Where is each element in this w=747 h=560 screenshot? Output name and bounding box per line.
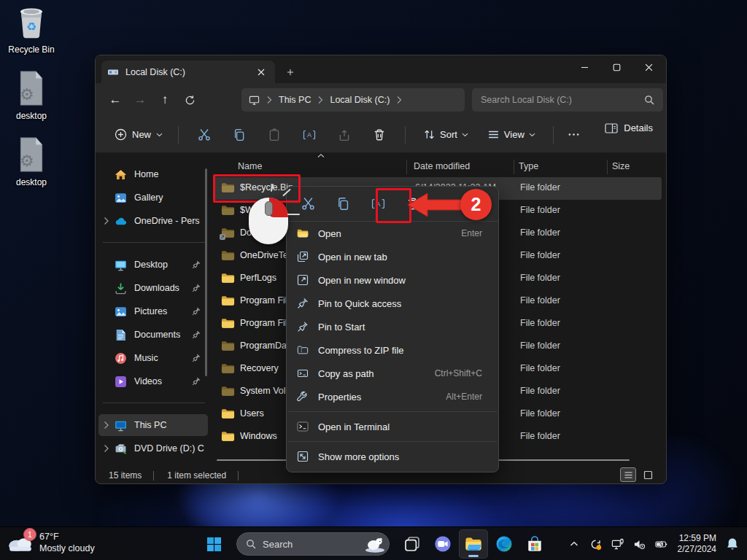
folder-icon (221, 318, 235, 329)
sidebar-scrollbar[interactable] (205, 168, 207, 376)
desktop-icon-recycle-bin-0[interactable]: ♻ Recycle Bin (3, 4, 60, 55)
rename-button[interactable]: A (295, 122, 323, 147)
column-divider[interactable] (514, 160, 514, 174)
spacer (103, 377, 109, 386)
menu-item-pin-to-quick-access[interactable]: Pin to Quick access (287, 292, 498, 315)
breadcrumb-this-pc[interactable]: This PC (279, 95, 311, 105)
sidebar-item-gallery[interactable]: Gallery (98, 187, 208, 209)
chat-icon (434, 535, 452, 553)
taskbar-search[interactable]: Search (236, 532, 390, 556)
chat-button[interactable] (428, 529, 457, 559)
battery-tray-icon[interactable] (651, 531, 672, 557)
close-window-button[interactable] (632, 55, 665, 79)
sidebar-item-videos[interactable]: Videos (98, 370, 208, 392)
desktop-icon-desktop-1[interactable]: ⚙ desktop (3, 71, 60, 121)
desktop-icon-label: desktop (3, 111, 60, 121)
volume-tray-icon[interactable] (630, 531, 650, 557)
spacer (103, 330, 109, 339)
more-options-button[interactable] (563, 124, 585, 146)
view-button[interactable]: View (481, 123, 542, 146)
weather-widget[interactable]: 1 67°F Mostly cloudy (7, 531, 95, 555)
menu-item-pin-to-start[interactable]: Pin to Start (287, 315, 498, 338)
menu-item-properties[interactable]: Properties Alt+Enter (287, 385, 498, 408)
desktop-icon (115, 259, 127, 271)
folder-icon: ↗ (221, 228, 235, 238)
copy-button[interactable] (225, 122, 253, 147)
menu-item-open-in-new-tab[interactable]: Open in new tab (287, 245, 498, 268)
delete-button[interactable] (365, 122, 393, 147)
task-view-button[interactable] (398, 529, 427, 559)
new-tab-button[interactable] (282, 64, 298, 80)
tray-overflow-button[interactable] (564, 531, 584, 557)
sidebar: Home Gallery OneDrive - Pers Desktop Dow… (96, 153, 212, 466)
column-header-type[interactable]: Type (519, 161, 538, 171)
details-view-button[interactable] (620, 467, 636, 482)
search-placeholder: Search Local Disk (C:) (481, 95, 644, 105)
menu-item-show-more-options[interactable]: Show more options (287, 445, 498, 468)
edge-icon (495, 535, 513, 553)
sidebar-item-pictures[interactable]: Pictures (98, 300, 208, 322)
desktop-icon-desktop-2[interactable]: ⚙ desktop (3, 137, 60, 187)
menu-item-compress-to-zip-file[interactable]: Compress to ZIP file (287, 338, 498, 362)
network-tray-icon[interactable] (608, 531, 628, 557)
file-type: File folder (520, 295, 560, 306)
store-button[interactable] (520, 529, 549, 559)
search-box[interactable]: Search Local Disk (C:) (472, 88, 663, 112)
back-button[interactable]: ← (103, 89, 128, 111)
menu-item-open-in-new-window[interactable]: Open in new window (287, 268, 498, 292)
update-tray-icon[interactable] (586, 531, 606, 557)
sidebar-item-documents[interactable]: Documents (98, 324, 208, 346)
maximize-button[interactable] (600, 55, 632, 79)
menu-item-label: Compress to ZIP file (318, 345, 488, 356)
search-icon (246, 539, 256, 549)
menu-item-open[interactable]: Open Enter (287, 222, 498, 245)
sidebar-item-desktop[interactable]: Desktop (98, 254, 208, 276)
column-divider[interactable] (406, 160, 407, 174)
menu-item-label: Open (318, 228, 461, 239)
minimize-button[interactable] (568, 55, 600, 79)
sidebar-item-this-pc[interactable]: This PC (98, 414, 208, 436)
chevron-down-icon (462, 133, 468, 137)
refresh-button[interactable] (177, 89, 202, 111)
column-header-size[interactable]: Size (612, 161, 630, 171)
sidebar-item-dvd-drive-d-c[interactable]: DVD Drive (D:) C (98, 438, 208, 459)
start-button[interactable] (199, 529, 228, 559)
sidebar-item-downloads[interactable]: Downloads (98, 277, 208, 299)
cut-button[interactable] (190, 122, 218, 147)
sidebar-item-home[interactable]: Home (98, 163, 208, 185)
sidebar-item-music[interactable]: Music (98, 347, 208, 369)
tab-close-button[interactable] (253, 64, 269, 80)
details-pane-button[interactable]: Details (605, 122, 653, 133)
menu-divider (288, 411, 497, 412)
tab-local-disk-c[interactable]: Local Disk (C:) (101, 61, 275, 83)
open-new-tab-icon (297, 251, 309, 262)
column-divider[interactable] (607, 160, 608, 174)
column-header-name[interactable]: Name (238, 161, 262, 171)
sort-ascending-icon (317, 153, 325, 158)
trash-icon (373, 128, 386, 141)
share-button[interactable] (330, 122, 358, 147)
new-button[interactable]: New (107, 123, 170, 146)
column-header-date[interactable]: Date modified (414, 161, 470, 171)
forward-button[interactable]: → (128, 89, 152, 111)
drive-icon (107, 66, 119, 78)
menu-item-open-in-terminal[interactable]: Open in Terminal (287, 415, 498, 438)
svg-text:⚙: ⚙ (20, 85, 34, 104)
notifications-button[interactable] (722, 531, 743, 557)
icons-view-button[interactable] (640, 467, 656, 482)
breadcrumb-local-disk[interactable]: Local Disk (C:) (330, 95, 390, 105)
monitor-icon (249, 95, 260, 106)
folder-icon (221, 431, 235, 442)
sort-button[interactable]: Sort (417, 123, 475, 146)
divider (553, 126, 554, 144)
paste-button[interactable] (260, 122, 288, 147)
clock[interactable]: 12:59 PM 2/27/2024 (673, 533, 721, 555)
file-explorer-button[interactable] (459, 529, 488, 559)
breadcrumb[interactable]: This PC Local Disk (C:) (241, 88, 465, 112)
sidebar-item-onedrive-pers[interactable]: OneDrive - Pers (98, 210, 208, 232)
menu-item-copy-as-path[interactable]: Copy as path Ctrl+Shift+C (287, 362, 498, 385)
up-button[interactable]: ↑ (152, 89, 177, 111)
copy-icon (233, 128, 246, 141)
edge-button[interactable] (489, 529, 519, 559)
quick-copy-button[interactable] (332, 193, 354, 215)
